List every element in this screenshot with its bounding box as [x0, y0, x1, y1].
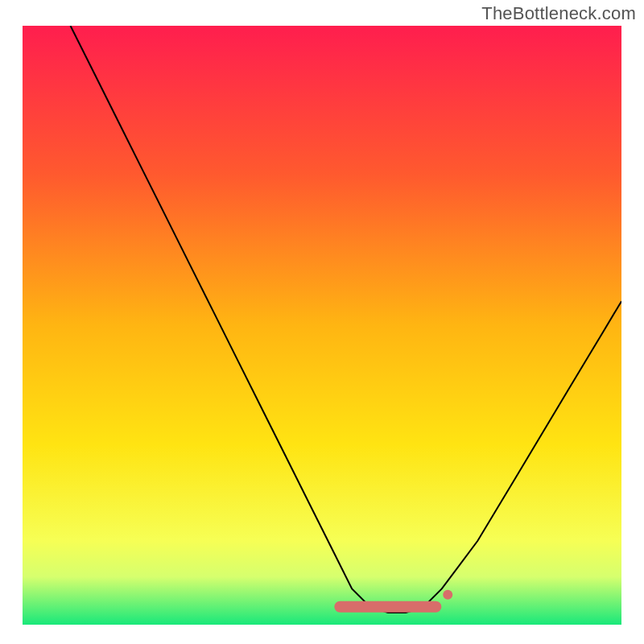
gradient-background — [23, 26, 621, 625]
chart-frame: TheBottleneck.com — [0, 0, 644, 644]
bottleneck-chart — [23, 26, 621, 625]
plot-area — [23, 26, 621, 625]
svg-point-1 — [443, 590, 452, 600]
watermark-label: TheBottleneck.com — [481, 3, 636, 24]
